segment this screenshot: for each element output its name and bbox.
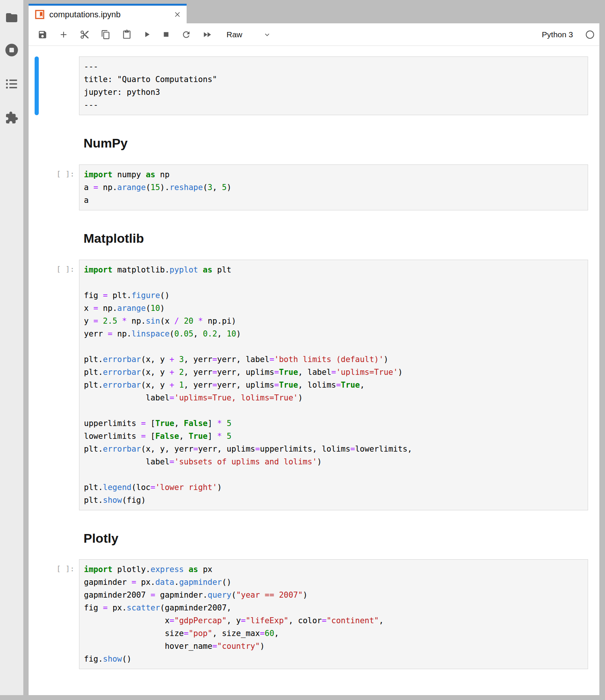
notebook-content: ---title: "Quarto Computations"jupyter: … — [29, 46, 599, 669]
kernel-status-icon — [586, 30, 594, 39]
code-line: fig = px.scatter(gapminder2007, — [84, 601, 583, 614]
cut-cells-button[interactable] — [80, 30, 90, 40]
code-line: import plotly.express as px — [84, 563, 583, 576]
code-line: x = np.arange(10) — [84, 302, 583, 315]
tab-computations-ipynb[interactable]: computations.ipynb — [29, 4, 187, 23]
restart-run-all-button[interactable] — [202, 30, 212, 40]
cell-prompt — [39, 56, 79, 115]
code-line — [84, 340, 583, 353]
cell-editor[interactable]: import numpy as npa = np.arange(15).resh… — [79, 164, 588, 210]
code-line: --- — [84, 60, 583, 73]
restart-kernel-button[interactable] — [181, 30, 191, 40]
code-line: gapminder2007 = gapminder.query("year ==… — [84, 589, 583, 601]
code-line — [84, 276, 583, 289]
code-line: import numpy as np — [84, 168, 583, 181]
code-line: plt.legend(loc='lower right') — [84, 481, 583, 494]
code-line — [84, 468, 583, 481]
code-cell: [ ]:import numpy as npa = np.arange(15).… — [29, 164, 599, 210]
extensions-icon[interactable] — [5, 111, 18, 125]
code-line: import matplotlib.pyplot as plt — [84, 263, 583, 276]
code-line: hover_name="country") — [84, 640, 583, 653]
table-of-contents-icon[interactable] — [5, 77, 18, 91]
cell-collapser[interactable] — [35, 559, 39, 669]
cell-editor[interactable]: import matplotlib.pyplot as plt fig = pl… — [79, 260, 588, 510]
cell-prompt: [ ]: — [39, 559, 79, 669]
copy-cells-button[interactable] — [101, 30, 111, 40]
code-line: y = 2.5 * np.sin(x / 20 * np.pi) — [84, 315, 583, 327]
code-line: x="gdpPercap", y="lifeExp", color="conti… — [84, 614, 583, 627]
cell-prompt: [ ]: — [39, 164, 79, 210]
insert-cell-button[interactable] — [59, 30, 68, 40]
code-line: title: "Quarto Computations" — [84, 73, 583, 86]
run-cell-button[interactable] — [143, 30, 151, 38]
code-line: plt.errorbar(x, y + 3, yerr=yerr, label=… — [84, 353, 583, 366]
cell-type-dropdown[interactable]: Raw — [226, 30, 271, 39]
code-line: fig.show() — [84, 653, 583, 665]
code-line: upperlimits = [True, False] * 5 — [84, 417, 583, 430]
main-panel: computations.ipynb — [29, 0, 599, 695]
tab-title: computations.ipynb — [49, 10, 169, 20]
paste-cells-button[interactable] — [122, 30, 132, 40]
file-browser-icon[interactable] — [5, 11, 18, 24]
code-line: jupyter: python3 — [84, 86, 583, 99]
code-line: yerr = np.linspace(0.05, 0.2, 10) — [84, 327, 583, 340]
code-line: fig = plt.figure() — [84, 289, 583, 302]
tab-bar: computations.ipynb — [29, 0, 599, 23]
markdown-section-heading[interactable]: NumPy — [84, 135, 588, 151]
code-line — [84, 404, 583, 417]
code-line: gapminder = px.data.gapminder() — [84, 576, 583, 589]
left-activity-bar — [0, 0, 23, 695]
code-line: a = np.arange(15).reshape(3, 5) — [84, 181, 583, 194]
cell-collapser[interactable] — [35, 56, 39, 115]
code-line: lowerlimits = [False, True] * 5 — [84, 430, 583, 443]
kernel-name[interactable]: Python 3 — [542, 30, 573, 39]
cell-prompt: [ ]: — [39, 260, 79, 510]
interrupt-kernel-button[interactable] — [162, 30, 170, 38]
notebook-toolbar: Raw Python 3 — [29, 23, 599, 46]
code-line: a — [84, 194, 583, 207]
markdown-section-heading[interactable]: Matplotlib — [84, 231, 588, 246]
chevron-down-icon — [263, 31, 271, 38]
code-line: plt.errorbar(x, y, yerr=yerr, uplims=upp… — [84, 443, 583, 455]
code-cell: [ ]:import plotly.express as pxgapminder… — [29, 559, 599, 669]
code-line: plt.errorbar(x, y + 2, yerr=yerr, uplims… — [84, 366, 583, 379]
cell-collapser[interactable] — [35, 260, 39, 510]
code-line: size="pop", size_max=60, — [84, 627, 583, 640]
code-line: label='uplims=True, lolims=True') — [84, 391, 583, 404]
code-line: plt.show(fig) — [84, 494, 583, 507]
notebook-icon — [35, 9, 45, 20]
running-kernels-icon[interactable] — [4, 43, 19, 58]
code-cell: [ ]:import matplotlib.pyplot as plt fig … — [29, 260, 599, 510]
code-line: label='subsets of uplims and lolims') — [84, 455, 583, 468]
tab-close-icon[interactable] — [173, 11, 181, 18]
code-line: plt.errorbar(x, y + 1, yerr=yerr, uplims… — [84, 379, 583, 391]
cell-type-value: Raw — [226, 30, 242, 39]
cell-editor[interactable]: import plotly.express as pxgapminder = p… — [79, 559, 588, 669]
cell-collapser[interactable] — [35, 164, 39, 210]
raw-cell: ---title: "Quarto Computations"jupyter: … — [29, 56, 599, 115]
code-line: --- — [84, 99, 583, 111]
markdown-section-heading[interactable]: Plotly — [84, 531, 588, 546]
cell-editor[interactable]: ---title: "Quarto Computations"jupyter: … — [79, 56, 588, 115]
save-button[interactable] — [38, 30, 47, 40]
